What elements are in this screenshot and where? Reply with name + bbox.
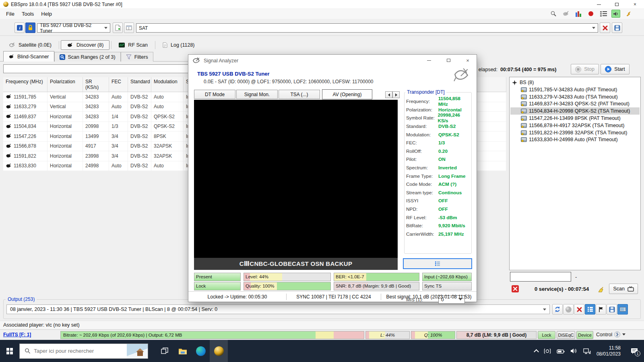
new-page-button[interactable]	[113, 23, 123, 33]
stop-icon	[575, 66, 581, 72]
taskbar-search[interactable]	[19, 343, 148, 359]
clear-button[interactable]	[600, 23, 610, 33]
table-header-cell[interactable]: FEC	[109, 77, 128, 92]
status-best-signal: Best signal: 10,1 dB (2023-01-08 11:53)	[381, 294, 477, 300]
taskbar-search-input[interactable]	[34, 348, 118, 354]
ebspro-taskbar-button[interactable]	[210, 340, 228, 362]
param-label: RF Level:	[406, 215, 438, 220]
record-icon[interactable]	[586, 10, 595, 18]
tree-item-transponder[interactable]: 11591,822-H-23998 32APSK (TSA Timeout)	[510, 129, 640, 136]
tab-log[interactable]: Log (1128)	[157, 41, 200, 49]
layout-button[interactable]	[124, 23, 134, 33]
control-dropdown[interactable]: Control	[596, 331, 625, 337]
subtab-blind-scanner[interactable]: Blind-Scanner	[3, 51, 54, 62]
sat-field[interactable]: SAT	[136, 23, 598, 33]
device-button[interactable]: Device	[576, 331, 593, 339]
tab-satellite[interactable]: Satellite (0.0E)	[3, 41, 57, 49]
save-button[interactable]	[612, 23, 622, 33]
power-plug-icon[interactable]	[624, 10, 633, 18]
flag-button[interactable]	[596, 304, 606, 315]
param-label: Spectrum:	[406, 165, 438, 171]
broom-icon[interactable]	[598, 285, 606, 292]
tab-scroll-right[interactable]	[392, 91, 400, 98]
list-view-button[interactable]	[585, 304, 595, 315]
scan-button[interactable]: Scan	[609, 284, 638, 294]
speaker-icon[interactable]	[611, 10, 620, 18]
tray-volume-icon[interactable]	[570, 348, 578, 354]
output-log-combobox[interactable]: 08 janvier, 2023 - 11:30 36 | TBS 5927 U…	[6, 304, 550, 314]
globe-button[interactable]	[563, 304, 574, 315]
tray-expand-button[interactable]	[535, 348, 538, 354]
tree-item-transponder[interactable]: 11591,785-V-34283 Auto (PAT Timeout)	[510, 86, 640, 93]
save-output-button[interactable]	[607, 304, 617, 315]
notification-center-button[interactable]: 1	[630, 348, 638, 355]
dish-icon	[6, 94, 12, 99]
tv-output-button[interactable]	[617, 304, 628, 315]
file-explorer-button[interactable]	[173, 340, 192, 362]
video-caption: CⅢCNBC-GLOBECAST OSN BACKUP	[194, 258, 398, 270]
tab-dt-mode[interactable]: DT Mode	[194, 90, 235, 99]
param-label: NPD:	[406, 206, 438, 212]
tree-item-transponder[interactable]: 11547,226-H-13499 8PSK (PAT Timeout)	[510, 115, 640, 122]
clock-date: 08/01/2023	[597, 351, 621, 357]
menu-item[interactable]: Help	[37, 11, 56, 17]
tab-rf-scan[interactable]: RF Scan	[113, 41, 153, 49]
minimize-button[interactable]	[590, 0, 608, 9]
tree-item-transponder[interactable]: 11633,830-H-24998 Auto (PAT Timeout)	[510, 136, 640, 144]
stop-button[interactable]: Stop	[571, 64, 599, 74]
start-button[interactable]: Start	[601, 64, 630, 74]
task-view-button[interactable]	[155, 340, 173, 362]
tab-tsa[interactable]: TSA (...)	[279, 90, 320, 99]
table-header-cell[interactable]: Standard	[128, 77, 151, 92]
edge-browser-button[interactable]	[192, 340, 210, 362]
menu-item[interactable]: Tools	[18, 11, 37, 17]
taskbar-clock[interactable]: 11:58 08/01/2023	[597, 345, 621, 357]
satellite-dish-icon[interactable]	[561, 10, 570, 18]
param-value: 1/3	[438, 140, 445, 146]
table-header-cell[interactable]: SR (KS/s)	[83, 77, 109, 92]
checklist-icon[interactable]	[599, 10, 608, 18]
tab-signal-mon[interactable]: Signal Mon.	[236, 90, 278, 99]
signal-bar: Level: 44%	[244, 273, 331, 281]
table-header-cell[interactable]: Polarization	[47, 77, 83, 92]
tab-scroll-left[interactable]	[385, 91, 392, 98]
lock-button[interactable]	[25, 23, 35, 33]
tab-av[interactable]: AV (Opening)	[322, 89, 372, 99]
subtab-filters[interactable]: Filters	[121, 52, 153, 62]
info-button[interactable]: i	[14, 23, 25, 33]
rf-scan-tab-icon	[119, 43, 125, 47]
search-weather-image[interactable]	[127, 344, 148, 358]
service-list-button[interactable]	[403, 258, 472, 269]
tuner-select[interactable]: TBS 5927 USB DVB-S2 Tuner	[37, 23, 110, 33]
start-menu-button[interactable]	[0, 340, 19, 362]
delete-button[interactable]	[574, 304, 584, 315]
service-filter-input[interactable]	[510, 272, 571, 282]
dialog-maximize-button[interactable]	[442, 56, 455, 64]
menu-item[interactable]: File	[2, 11, 18, 17]
tree-item-transponder[interactable]: 11469,837-H-34283 QPSK-S2 (PAT Timeout)	[510, 101, 640, 108]
tray-camera-icon[interactable]	[544, 348, 551, 354]
tray-battery-icon[interactable]	[557, 348, 565, 354]
tree-item-transponder[interactable]: 11566,878-H-4917 32APSK (TSA Timeout)	[510, 122, 640, 129]
table-header-cell[interactable]: Modulation	[151, 77, 184, 92]
table-header-cell[interactable]: Frequency (MHz)	[3, 77, 47, 92]
scan-ranges-tab-icon	[60, 54, 65, 60]
lock-status-button[interactable]: Lock	[538, 331, 555, 339]
tray-network-icon[interactable]	[583, 348, 591, 354]
tab-discover[interactable]: Discover (8)	[61, 40, 109, 50]
search-icon[interactable]	[549, 10, 558, 18]
tree-item-transponder[interactable]: 11633,279-V-34283 Auto (TSA Timeout)	[510, 93, 640, 101]
tree-root-bs[interactable]: BS (8)	[510, 79, 640, 86]
tree-item-transponder[interactable]: 11504,834-H-20998 QPSK-S2 (TSA Timeout)	[510, 107, 640, 115]
subtab-scan-ranges[interactable]: Scan Ranges (2 of 3)	[54, 52, 121, 62]
param-label: Pilot:	[406, 156, 438, 162]
dialog-minimize-button[interactable]	[423, 56, 436, 64]
refresh-button[interactable]	[552, 304, 563, 315]
maximize-button[interactable]	[608, 0, 626, 9]
close-button[interactable]: ×	[626, 0, 644, 9]
dialog-close-button[interactable]: ×	[461, 56, 474, 64]
fullts-link[interactable]: FullTS [F: 1]	[3, 332, 31, 337]
diseqc-button[interactable]: DiSEqC	[557, 331, 575, 339]
param-value: Inverted	[438, 165, 457, 171]
chart-icon[interactable]	[574, 10, 583, 18]
